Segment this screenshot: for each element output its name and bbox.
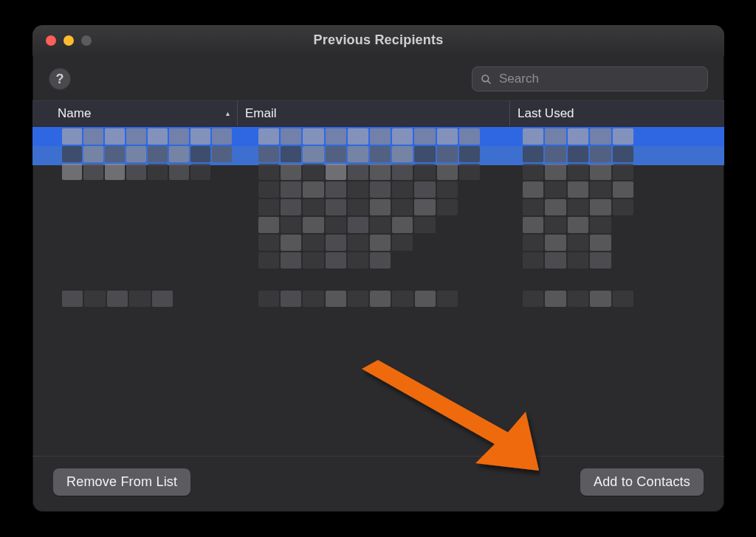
column-header-label: Name [58, 106, 91, 121]
window-title: Previous Recipients [43, 32, 714, 48]
column-header-label: Last Used [518, 106, 574, 121]
redacted-last-used-cells [523, 128, 633, 268]
column-header-last-used[interactable]: Last Used [510, 101, 724, 126]
search-icon [480, 73, 492, 85]
add-to-contacts-button[interactable]: Add to Contacts [580, 468, 704, 496]
svg-line-1 [488, 81, 490, 83]
column-header-email[interactable]: Email [238, 101, 510, 126]
redacted-last-used-cells [523, 291, 633, 307]
zoom-window-icon[interactable] [81, 35, 92, 46]
redacted-name-cells [62, 291, 173, 307]
remove-from-list-button[interactable]: Remove From List [53, 468, 190, 496]
titlebar[interactable]: Previous Recipients [32, 25, 724, 56]
sort-ascending-icon: ▴ [226, 109, 230, 117]
column-header-name[interactable]: Name ▴ [50, 101, 238, 126]
minimize-window-icon[interactable] [63, 35, 74, 46]
redacted-email-cells [258, 291, 458, 307]
help-button[interactable]: ? [49, 68, 71, 90]
search-input[interactable] [498, 71, 700, 87]
recipients-table[interactable] [32, 127, 724, 456]
close-window-icon[interactable] [46, 35, 56, 46]
window-controls [46, 35, 92, 46]
search-field[interactable] [472, 66, 708, 91]
previous-recipients-window: Previous Recipients ? Name ▴ Email Last … [32, 25, 724, 512]
table-header: Name ▴ Email Last Used [32, 100, 724, 127]
toolbar: ? [32, 56, 724, 100]
redacted-name-cells [62, 128, 232, 180]
column-header-label: Email [245, 106, 277, 121]
dialog-footer: Remove From List Add to Contacts [32, 456, 724, 512]
redacted-email-cells [258, 128, 480, 268]
help-icon: ? [56, 72, 64, 87]
